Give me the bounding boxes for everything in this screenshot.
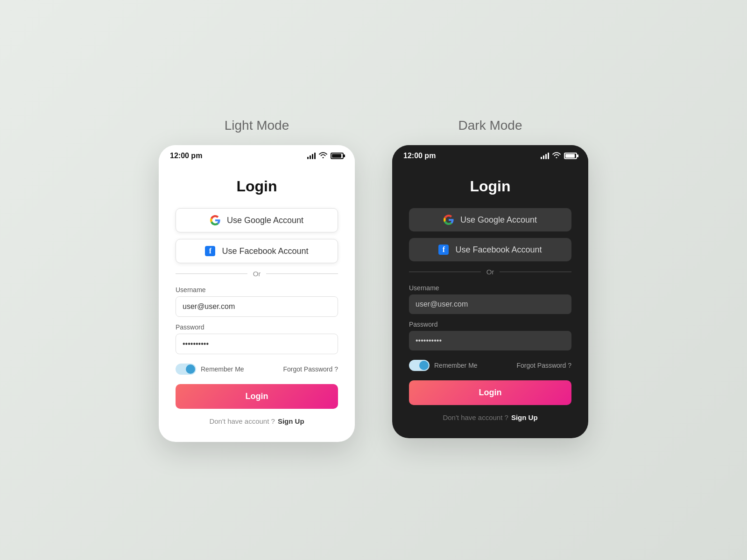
- dark-no-account-text: Don't have account ?: [443, 413, 508, 421]
- dark-password-label: Password: [409, 321, 571, 328]
- dark-remember-row: Remember Me Forgot Password ?: [409, 360, 571, 371]
- dark-status-icons: [541, 152, 577, 160]
- dark-card-body: Login Use Google Account f Use Facebook …: [392, 165, 588, 421]
- light-username-label: Username: [176, 286, 338, 294]
- light-forgot-link[interactable]: Forgot Password ?: [283, 365, 338, 373]
- light-password-input[interactable]: [176, 334, 338, 354]
- dark-facebook-button[interactable]: f Use Facebook Account: [409, 238, 571, 261]
- light-google-icon: [210, 215, 220, 225]
- light-remember-toggle[interactable]: [176, 364, 196, 375]
- dark-google-icon: [444, 215, 454, 225]
- dark-status-time: 12:00 pm: [403, 152, 436, 160]
- light-status-icons: [307, 152, 344, 160]
- light-remember-row: Remember Me Forgot Password ?: [176, 364, 338, 375]
- dark-login-button[interactable]: Login: [409, 380, 571, 405]
- dark-divider-text: Or: [486, 268, 494, 276]
- light-signal-icon: [307, 153, 316, 159]
- dark-wifi-icon: [552, 152, 561, 160]
- light-login-button[interactable]: Login: [176, 384, 338, 409]
- light-google-btn-label: Use Google Account: [227, 216, 303, 225]
- light-divider-text: Or: [253, 270, 261, 278]
- dark-username-input[interactable]: [409, 294, 571, 314]
- light-status-time: 12:00 pm: [170, 152, 202, 160]
- light-card-body: Login Use Google Account f Use Facebook …: [159, 165, 355, 425]
- dark-status-bar: 12:00 pm: [392, 145, 588, 165]
- light-signup-link[interactable]: Sign Up: [278, 417, 304, 425]
- light-divider-line-left: [176, 273, 247, 274]
- light-login-btn-label: Login: [246, 392, 268, 401]
- dark-signup-row: Don't have account ? Sign Up: [409, 413, 571, 421]
- light-remember-label: Remember Me: [201, 365, 244, 373]
- dark-mode-label: Dark Mode: [458, 118, 522, 133]
- light-mode-section: Light Mode 12:00 pm: [159, 118, 355, 442]
- page-container: Light Mode 12:00 pm: [0, 118, 747, 442]
- light-divider-line-right: [266, 273, 338, 274]
- light-wifi-icon: [318, 152, 328, 160]
- dark-password-input[interactable]: [409, 331, 571, 350]
- dark-toggle-knob: [419, 361, 429, 370]
- dark-mode-section: Dark Mode 12:00 pm: [392, 118, 588, 438]
- light-username-input[interactable]: [176, 296, 338, 317]
- light-phone-card: 12:00 pm: [159, 145, 355, 442]
- dark-google-button[interactable]: Use Google Account: [409, 208, 571, 231]
- dark-username-label: Username: [409, 284, 571, 292]
- light-login-title: Login: [176, 178, 338, 195]
- dark-google-btn-label: Use Google Account: [460, 215, 537, 225]
- light-facebook-btn-label: Use Facebook Account: [222, 246, 308, 256]
- dark-remember-left: Remember Me: [409, 360, 478, 371]
- dark-forgot-link[interactable]: Forgot Password ?: [517, 362, 572, 369]
- light-remember-left: Remember Me: [176, 364, 244, 375]
- dark-remember-label: Remember Me: [434, 362, 478, 369]
- dark-divider-line-right: [500, 272, 571, 272]
- dark-phone-card: 12:00 pm: [392, 145, 588, 438]
- dark-divider: Or: [409, 268, 571, 276]
- light-facebook-button[interactable]: f Use Facebook Account: [176, 239, 338, 263]
- light-signup-row: Don't have account ? Sign Up: [176, 417, 338, 425]
- light-toggle-knob: [186, 364, 195, 374]
- light-password-label: Password: [176, 323, 338, 331]
- light-mode-label: Light Mode: [225, 118, 289, 133]
- dark-facebook-btn-label: Use Facebook Account: [455, 245, 542, 255]
- light-status-bar: 12:00 pm: [159, 145, 355, 165]
- dark-facebook-icon: f: [438, 245, 449, 255]
- light-no-account-text: Don't have account ?: [209, 417, 275, 425]
- dark-battery-icon: [564, 153, 577, 159]
- dark-divider-line-left: [409, 272, 481, 272]
- dark-remember-toggle[interactable]: [409, 360, 430, 371]
- dark-signal-icon: [541, 153, 549, 159]
- light-facebook-icon: f: [205, 246, 215, 256]
- dark-signup-link[interactable]: Sign Up: [511, 413, 538, 421]
- light-google-button[interactable]: Use Google Account: [176, 208, 338, 232]
- dark-login-title: Login: [409, 178, 571, 195]
- light-battery-icon: [331, 153, 344, 159]
- light-divider: Or: [176, 270, 338, 278]
- dark-login-btn-label: Login: [479, 388, 502, 397]
